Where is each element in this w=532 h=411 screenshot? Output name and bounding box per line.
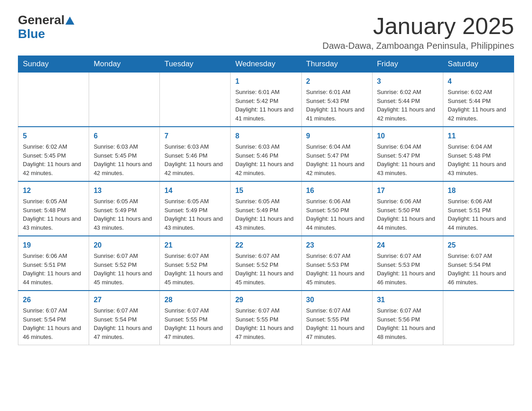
day-info: Sunrise: 6:02 AMSunset: 5:44 PMDaylight:… xyxy=(377,88,438,123)
day-number: 2 xyxy=(306,76,368,87)
day-info: Sunrise: 6:06 AMSunset: 5:51 PMDaylight:… xyxy=(23,252,84,287)
week-row-2: 5Sunrise: 6:02 AMSunset: 5:45 PMDaylight… xyxy=(18,127,514,181)
calendar-cell: 3Sunrise: 6:02 AMSunset: 5:44 PMDaylight… xyxy=(372,73,443,127)
day-number: 3 xyxy=(377,76,438,87)
day-info: Sunrise: 6:07 AMSunset: 5:56 PMDaylight:… xyxy=(377,306,438,341)
day-info: Sunrise: 6:04 AMSunset: 5:48 PMDaylight:… xyxy=(448,142,509,177)
calendar-cell: 23Sunrise: 6:07 AMSunset: 5:53 PMDayligh… xyxy=(301,236,372,291)
day-info: Sunrise: 6:03 AMSunset: 5:46 PMDaylight:… xyxy=(164,142,226,177)
calendar-cell: 5Sunrise: 6:02 AMSunset: 5:45 PMDaylight… xyxy=(18,127,89,181)
day-header-friday: Friday xyxy=(372,56,443,73)
day-info: Sunrise: 6:07 AMSunset: 5:53 PMDaylight:… xyxy=(377,252,438,287)
day-info: Sunrise: 6:05 AMSunset: 5:48 PMDaylight:… xyxy=(23,197,84,232)
day-info: Sunrise: 6:06 AMSunset: 5:50 PMDaylight:… xyxy=(377,197,438,232)
calendar-cell: 31Sunrise: 6:07 AMSunset: 5:56 PMDayligh… xyxy=(372,291,443,345)
calendar-cell: 15Sunrise: 6:05 AMSunset: 5:49 PMDayligh… xyxy=(231,181,301,236)
week-row-4: 19Sunrise: 6:06 AMSunset: 5:51 PMDayligh… xyxy=(18,236,514,291)
day-number: 25 xyxy=(448,240,509,251)
day-number: 9 xyxy=(306,131,368,141)
location-title: Dawa-Dawa, Zamboanga Peninsula, Philippi… xyxy=(322,41,514,51)
day-info: Sunrise: 6:04 AMSunset: 5:47 PMDaylight:… xyxy=(377,142,438,177)
day-info: Sunrise: 6:05 AMSunset: 5:49 PMDaylight:… xyxy=(164,197,226,232)
day-number: 26 xyxy=(23,295,84,305)
day-info: Sunrise: 6:01 AMSunset: 5:43 PMDaylight:… xyxy=(306,88,368,123)
day-number: 28 xyxy=(164,295,226,305)
day-number: 17 xyxy=(377,185,438,196)
day-info: Sunrise: 6:07 AMSunset: 5:54 PMDaylight:… xyxy=(94,306,155,341)
day-number: 14 xyxy=(164,185,226,196)
day-number: 15 xyxy=(235,185,296,196)
day-number: 24 xyxy=(377,240,438,251)
calendar-cell xyxy=(160,73,231,127)
day-info: Sunrise: 6:02 AMSunset: 5:44 PMDaylight:… xyxy=(448,88,509,123)
calendar-cell: 4Sunrise: 6:02 AMSunset: 5:44 PMDaylight… xyxy=(443,73,514,127)
day-info: Sunrise: 6:07 AMSunset: 5:52 PMDaylight:… xyxy=(94,252,155,287)
day-info: Sunrise: 6:06 AMSunset: 5:50 PMDaylight:… xyxy=(306,197,368,232)
day-number: 11 xyxy=(448,131,509,141)
calendar-cell: 17Sunrise: 6:06 AMSunset: 5:50 PMDayligh… xyxy=(372,181,443,236)
calendar-cell: 28Sunrise: 6:07 AMSunset: 5:55 PMDayligh… xyxy=(160,291,231,345)
day-info: Sunrise: 6:07 AMSunset: 5:54 PMDaylight:… xyxy=(448,252,509,287)
day-number: 13 xyxy=(94,185,155,196)
day-header-wednesday: Wednesday xyxy=(231,56,301,73)
day-info: Sunrise: 6:07 AMSunset: 5:55 PMDaylight:… xyxy=(164,306,226,341)
calendar-cell: 1Sunrise: 6:01 AMSunset: 5:42 PMDaylight… xyxy=(231,73,301,127)
day-info: Sunrise: 6:06 AMSunset: 5:51 PMDaylight:… xyxy=(448,197,509,232)
calendar-cell: 11Sunrise: 6:04 AMSunset: 5:48 PMDayligh… xyxy=(443,127,514,181)
calendar-cell xyxy=(443,291,514,345)
day-info: Sunrise: 6:07 AMSunset: 5:55 PMDaylight:… xyxy=(235,306,296,341)
calendar-cell: 25Sunrise: 6:07 AMSunset: 5:54 PMDayligh… xyxy=(443,236,514,291)
calendar-cell: 6Sunrise: 6:03 AMSunset: 5:45 PMDaylight… xyxy=(89,127,160,181)
calendar-cell: 30Sunrise: 6:07 AMSunset: 5:55 PMDayligh… xyxy=(301,291,372,345)
day-number: 21 xyxy=(164,240,226,251)
day-header-tuesday: Tuesday xyxy=(160,56,231,73)
calendar-cell: 19Sunrise: 6:06 AMSunset: 5:51 PMDayligh… xyxy=(18,236,89,291)
day-number: 10 xyxy=(377,131,438,141)
week-row-1: 1Sunrise: 6:01 AMSunset: 5:42 PMDaylight… xyxy=(18,73,514,127)
month-title: January 2025 xyxy=(322,13,514,39)
header: General Blue January 2025 Dawa-Dawa, Zam… xyxy=(18,13,514,51)
calendar-cell: 13Sunrise: 6:05 AMSunset: 5:49 PMDayligh… xyxy=(89,181,160,236)
calendar-cell xyxy=(89,73,160,127)
day-info: Sunrise: 6:07 AMSunset: 5:52 PMDaylight:… xyxy=(235,252,296,287)
logo-triangle-icon xyxy=(65,15,74,25)
day-header-saturday: Saturday xyxy=(443,56,514,73)
day-header-monday: Monday xyxy=(89,56,160,73)
day-number: 4 xyxy=(448,76,509,87)
calendar-table: SundayMondayTuesdayWednesdayThursdayFrid… xyxy=(18,56,514,345)
day-header-thursday: Thursday xyxy=(301,56,372,73)
day-info: Sunrise: 6:07 AMSunset: 5:55 PMDaylight:… xyxy=(306,306,368,341)
day-number: 6 xyxy=(94,131,155,141)
day-info: Sunrise: 6:05 AMSunset: 5:49 PMDaylight:… xyxy=(235,197,296,232)
day-number: 8 xyxy=(235,131,296,141)
day-info: Sunrise: 6:03 AMSunset: 5:45 PMDaylight:… xyxy=(94,142,155,177)
calendar-cell: 8Sunrise: 6:03 AMSunset: 5:46 PMDaylight… xyxy=(231,127,301,181)
day-info: Sunrise: 6:02 AMSunset: 5:45 PMDaylight:… xyxy=(23,142,84,177)
logo: General Blue xyxy=(18,13,74,41)
calendar-cell: 10Sunrise: 6:04 AMSunset: 5:47 PMDayligh… xyxy=(372,127,443,181)
day-number: 16 xyxy=(306,185,368,196)
calendar-cell: 9Sunrise: 6:04 AMSunset: 5:47 PMDaylight… xyxy=(301,127,372,181)
logo-general: General xyxy=(18,13,64,27)
week-row-3: 12Sunrise: 6:05 AMSunset: 5:48 PMDayligh… xyxy=(18,181,514,236)
week-row-5: 26Sunrise: 6:07 AMSunset: 5:54 PMDayligh… xyxy=(18,291,514,345)
day-number: 5 xyxy=(23,131,84,141)
logo-blue: Blue xyxy=(18,27,74,41)
day-number: 31 xyxy=(377,295,438,305)
calendar-cell xyxy=(18,73,89,127)
day-number: 7 xyxy=(164,131,226,141)
day-number: 20 xyxy=(94,240,155,251)
day-number: 18 xyxy=(448,185,509,196)
calendar-cell: 20Sunrise: 6:07 AMSunset: 5:52 PMDayligh… xyxy=(89,236,160,291)
header-row: SundayMondayTuesdayWednesdayThursdayFrid… xyxy=(18,56,514,73)
day-number: 23 xyxy=(306,240,368,251)
day-info: Sunrise: 6:01 AMSunset: 5:42 PMDaylight:… xyxy=(235,88,296,123)
calendar-cell: 16Sunrise: 6:06 AMSunset: 5:50 PMDayligh… xyxy=(301,181,372,236)
calendar-cell: 27Sunrise: 6:07 AMSunset: 5:54 PMDayligh… xyxy=(89,291,160,345)
title-area: January 2025 Dawa-Dawa, Zamboanga Penins… xyxy=(322,13,514,51)
day-info: Sunrise: 6:07 AMSunset: 5:53 PMDaylight:… xyxy=(306,252,368,287)
calendar-cell: 26Sunrise: 6:07 AMSunset: 5:54 PMDayligh… xyxy=(18,291,89,345)
day-info: Sunrise: 6:07 AMSunset: 5:54 PMDaylight:… xyxy=(23,306,84,341)
calendar-cell: 14Sunrise: 6:05 AMSunset: 5:49 PMDayligh… xyxy=(160,181,231,236)
day-number: 27 xyxy=(94,295,155,305)
